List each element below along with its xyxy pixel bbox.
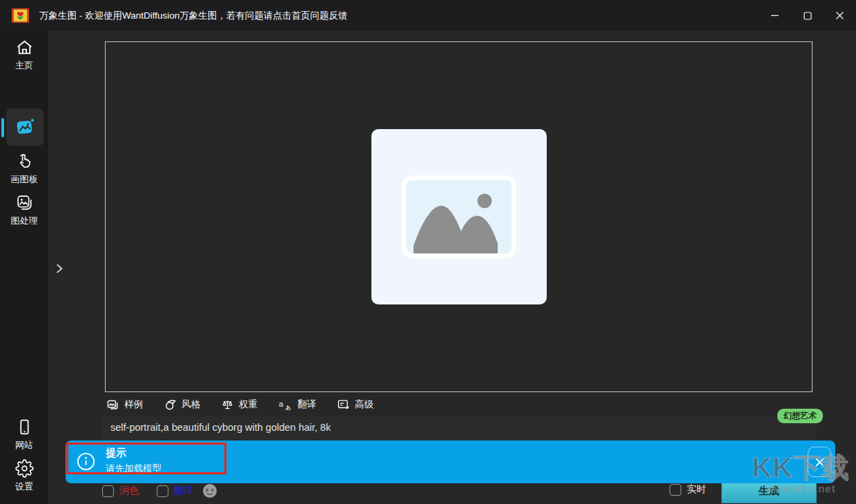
- style-badge[interactable]: 幻想艺术: [777, 409, 823, 423]
- prompt-options-right: 实时: [670, 483, 706, 496]
- minimize-icon: [770, 11, 779, 20]
- samples-icon: [106, 398, 119, 411]
- translate-label[interactable]: 翻译: [174, 485, 193, 497]
- window-controls: [759, 0, 856, 31]
- advanced-icon: [337, 398, 350, 411]
- realtime-checkbox[interactable]: [670, 484, 681, 496]
- image-stack-icon: [15, 193, 34, 212]
- app-window: 万象生图 - 欢迎使用WantDiffusion万象生图，若有问题请点击首页问题…: [0, 0, 856, 504]
- sidebar-item-website[interactable]: 网站: [0, 418, 48, 452]
- close-icon: [835, 11, 844, 20]
- svg-text:ぁ: ぁ: [284, 403, 292, 410]
- polish-label[interactable]: 润色: [119, 485, 139, 497]
- sidebar-item-label: 主页: [15, 59, 33, 72]
- prompt-options-left: 润色 翻译: [102, 483, 217, 498]
- chevron-right-icon: [52, 262, 66, 275]
- sidebar-item-image-processing[interactable]: 图处理: [0, 193, 48, 227]
- polish-checkbox[interactable]: [102, 485, 114, 497]
- sidebar-item-home[interactable]: 主页: [0, 38, 48, 72]
- toolbar-item-label: 风格: [182, 398, 200, 411]
- image-placeholder-card: [371, 129, 547, 304]
- image-canvas-area: [105, 41, 813, 392]
- notification-texts: 提示 请先加载模型: [106, 447, 162, 475]
- maximize-button[interactable]: [791, 0, 824, 31]
- home-icon: [15, 38, 34, 57]
- toolbar-item-weight[interactable]: 权重: [221, 398, 257, 411]
- toolbar-item-advanced[interactable]: 高级: [337, 398, 373, 411]
- panel-expand-button[interactable]: [50, 260, 68, 278]
- main-panel: 样例 风格 权重 a ぁ 翻译: [48, 31, 856, 504]
- close-window-button[interactable]: [824, 0, 856, 31]
- sidebar-item-label: 画图板: [11, 173, 38, 186]
- hand-pointer-icon: [15, 152, 34, 171]
- close-icon: [815, 457, 825, 467]
- notification-toast: 提示 请先加载模型: [66, 440, 835, 483]
- sidebar: 主页 画图板: [0, 31, 48, 504]
- app-logo-icon: [11, 6, 30, 25]
- window-title: 万象生图 - 欢迎使用WantDiffusion万象生图，若有问题请点击首页问题…: [39, 10, 347, 22]
- sidebar-item-label: 设置: [15, 481, 33, 493]
- toolbar-item-translate[interactable]: a ぁ 翻译: [278, 398, 316, 411]
- toolbar-item-label: 高级: [355, 398, 373, 411]
- ai-image-generate-icon: [14, 117, 35, 137]
- minimize-button[interactable]: [759, 0, 791, 31]
- toolbar-item-samples[interactable]: 样例: [106, 398, 143, 411]
- sidebar-item-drawing-board[interactable]: 画图板: [0, 152, 48, 186]
- titlebar: 万象生图 - 欢迎使用WantDiffusion万象生图，若有问题请点击首页问题…: [0, 0, 856, 31]
- toolbar-item-style[interactable]: 风格: [164, 398, 200, 411]
- svg-text:a: a: [279, 400, 284, 408]
- selected-accent-bar: [1, 118, 4, 137]
- emoji-picker-button[interactable]: [202, 483, 217, 498]
- prompt-toolbar: 样例 风格 权重 a ぁ 翻译: [106, 395, 373, 414]
- notification-close-button[interactable]: [808, 447, 831, 477]
- sidebar-item-label: 图处理: [11, 215, 38, 227]
- realtime-label[interactable]: 实时: [687, 483, 706, 496]
- phone-icon: [15, 418, 34, 436]
- translate-checkbox[interactable]: [157, 485, 168, 497]
- toolbar-item-label: 样例: [124, 398, 143, 411]
- info-icon: [77, 452, 95, 471]
- translate-icon: a ぁ: [278, 398, 293, 411]
- image-placeholder-icon: [407, 180, 512, 253]
- sidebar-item-ai-image-selected[interactable]: [6, 108, 43, 146]
- notification-title: 提示: [106, 447, 162, 460]
- notification-message: 请先加载模型: [106, 463, 162, 475]
- sidebar-item-label: 网站: [15, 439, 33, 452]
- weight-icon: [221, 398, 234, 411]
- gear-icon: [15, 459, 34, 478]
- style-icon: [164, 398, 177, 411]
- sidebar-item-settings[interactable]: 设置: [0, 459, 48, 493]
- toolbar-item-label: 权重: [239, 398, 257, 411]
- maximize-icon: [804, 12, 812, 20]
- toolbar-item-label: 翻译: [298, 398, 316, 411]
- emoji-picker-icon: [202, 483, 217, 498]
